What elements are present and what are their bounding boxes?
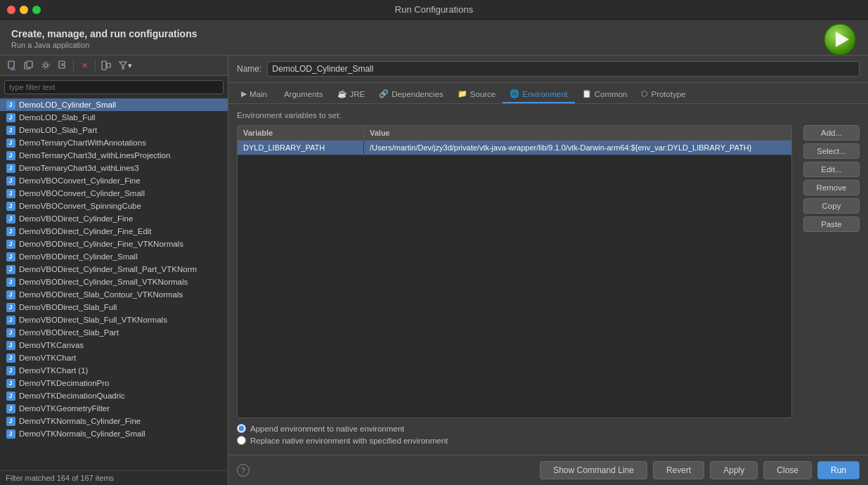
tab-icon-source: 📁: [458, 89, 467, 98]
list-item[interactable]: JDemoVTKNormals_Cylinder_Small: [0, 427, 228, 440]
env-table-row-item[interactable]: DYLD_LIBRARY_PATH/Users/martin/Dev/jzy3d…: [238, 141, 791, 155]
collapse-button[interactable]: [98, 58, 114, 72]
list-item[interactable]: JDemoVBODirect_Cylinder_Small_VTKNormals: [0, 276, 228, 288]
list-item[interactable]: JDemoVTKChart: [0, 351, 228, 364]
java-icon: J: [6, 378, 15, 388]
header-area: Create, manage, and run configurations R…: [0, 20, 868, 55]
tab-icon-prototype: ⬡: [641, 89, 648, 98]
list-item[interactable]: JDemoVTKDecimationPro: [0, 377, 228, 389]
minimize-button[interactable]: [20, 6, 28, 14]
delete-button[interactable]: ✕: [77, 58, 92, 72]
java-icon: J: [6, 112, 15, 122]
list-item[interactable]: JDemoVBODirect_Cylinder_Fine_VTKNormals: [0, 238, 228, 250]
list-item[interactable]: JDemoVBODirect_Cylinder_Fine: [0, 212, 228, 225]
tab-label-main: Main: [250, 90, 267, 98]
list-item[interactable]: JDemoVTKChart (1): [0, 364, 228, 377]
duplicate-button[interactable]: [21, 58, 37, 72]
tab-dependencies[interactable]: 🔗Dependencies: [372, 86, 451, 103]
list-item[interactable]: JDemoVBODirect_Slab_Part: [0, 326, 228, 339]
list-item[interactable]: JDemoLOD_Cylinder_Small: [0, 98, 228, 111]
radio-replace[interactable]: Replace native environment with specifie…: [237, 436, 792, 445]
list-item-label: DemoVTKNormals_Cylinder_Fine: [19, 417, 141, 425]
list-item[interactable]: JDemoVBODirect_Cylinder_Small: [0, 250, 228, 263]
env-side-btn-paste[interactable]: Paste: [803, 216, 860, 232]
list-item[interactable]: JDemoVTKGeometryFilter: [0, 402, 228, 415]
list-item[interactable]: JDemoVBODirect_Cylinder_Small_Part_VTKNo…: [0, 263, 228, 276]
list-item[interactable]: JDemoTernaryChartWithAnnotations: [0, 136, 228, 149]
list-item-label: DemoVBODirect_Cylinder_Fine_VTKNormals: [19, 240, 183, 248]
tab-label-jre: JRE: [350, 90, 365, 98]
col-value: Value: [364, 126, 791, 140]
env-side-btn-select---[interactable]: Select...: [803, 143, 860, 159]
svg-point-7: [44, 64, 48, 67]
main-content: Create, manage, and run configurations R…: [0, 20, 868, 485]
list-item-label: DemoVBODirect_Cylinder_Fine_Edit: [19, 227, 152, 235]
side-buttons: Add...Select...Edit...RemoveCopyPaste: [803, 125, 860, 448]
header-title: Create, manage, and run configurations: [11, 28, 857, 39]
list-item[interactable]: JDemoVBODirect_Cylinder_Fine_Edit: [0, 225, 228, 238]
list-item[interactable]: JDemoVBODirect_Slab_Contour_VTKNormals: [0, 288, 228, 301]
env-table: Variable Value DYLD_LIBRARY_PATH/Users/m…: [237, 125, 792, 418]
tab-common[interactable]: 📋Common: [575, 86, 635, 103]
list-item[interactable]: JDemoVBOConvert_Cylinder_Fine: [0, 174, 228, 187]
env-table-section: Variable Value DYLD_LIBRARY_PATH/Users/m…: [237, 125, 792, 448]
new-config-button[interactable]: [4, 58, 20, 72]
tab-source[interactable]: 📁Source: [451, 86, 503, 103]
apply-button[interactable]: Apply: [710, 461, 758, 479]
java-icon: J: [6, 416, 15, 426]
env-side-btn-remove[interactable]: Remove: [803, 180, 860, 195]
run-play-icon[interactable]: [823, 22, 857, 56]
body-area: ✕ ▾ JDemoLOD_Cylinder_SmallJDemoLOD_Slab…: [0, 55, 868, 485]
list-item[interactable]: JDemoVBODirect_Slab_Full_VTKNormals: [0, 313, 228, 326]
list-item[interactable]: JDemoVTKDecimationQuadric: [0, 389, 228, 402]
header-subtitle: Run a Java application: [11, 41, 857, 49]
tab-environment[interactable]: 🌐Environment: [503, 86, 575, 103]
list-item[interactable]: JDemoVTKNormals_Cylinder_Fine: [0, 415, 228, 427]
tab-arguments[interactable]: Arguments: [274, 86, 330, 103]
list-item[interactable]: JDemoLOD_Slab_Full: [0, 111, 228, 124]
java-icon: J: [6, 315, 15, 325]
name-input[interactable]: [267, 61, 860, 77]
env-side-btn-copy[interactable]: Copy: [803, 198, 860, 214]
svg-rect-9: [59, 61, 65, 68]
maximize-button[interactable]: [32, 6, 41, 14]
env-val-cell: /Users/martin/Dev/jzy3d/private/vtk-java…: [364, 141, 791, 155]
export-button[interactable]: [55, 58, 70, 72]
traffic-lights[interactable]: [7, 6, 41, 14]
radio-append[interactable]: Append environment to native environment: [237, 424, 792, 433]
java-icon: J: [6, 302, 15, 312]
run-button[interactable]: Run: [817, 461, 860, 479]
env-side-btn-edit---[interactable]: Edit...: [803, 162, 860, 177]
filter-input[interactable]: [4, 80, 224, 94]
list-item[interactable]: JDemoVBOConvert_SpinningCube: [0, 200, 228, 212]
list-item[interactable]: JDemoVBODirect_Slab_Full: [0, 301, 228, 313]
tab-label-prototype: Prototype: [651, 90, 685, 98]
tab-jre[interactable]: ☕JRE: [330, 86, 373, 103]
list-item[interactable]: JDemoVTKCanvas: [0, 339, 228, 351]
show-command-line-button[interactable]: Show Command Line: [540, 461, 647, 479]
list-item-label: DemoVBODirect_Cylinder_Small: [19, 252, 138, 261]
settings-button[interactable]: [38, 58, 53, 72]
close-button-bottom[interactable]: Close: [763, 461, 812, 479]
filter-button[interactable]: ▾: [115, 58, 135, 72]
java-icon: J: [6, 214, 15, 224]
radio-input-append[interactable]: [237, 424, 246, 433]
tab-main[interactable]: ▶Main: [234, 86, 274, 103]
list-item[interactable]: JDemoTernaryChart3d_withLines3: [0, 162, 228, 174]
list-item[interactable]: JDemoVBOConvert_Cylinder_Small: [0, 187, 228, 200]
list-item-label: DemoVBOConvert_Cylinder_Small: [19, 189, 145, 198]
table-header: Variable Value: [238, 126, 791, 141]
java-icon: J: [6, 403, 15, 413]
list-item[interactable]: JDemoTernaryChart3d_withLinesProjection: [0, 149, 228, 162]
java-icon: J: [6, 138, 15, 148]
close-button[interactable]: [7, 6, 15, 14]
list-item[interactable]: JDemoLOD_Slab_Part: [0, 124, 228, 136]
filter-status: Filter matched 164 of 167 items: [0, 470, 228, 485]
tab-prototype[interactable]: ⬡Prototype: [634, 86, 692, 103]
revert-button[interactable]: Revert: [653, 461, 704, 479]
radio-input-replace[interactable]: [237, 436, 246, 445]
list-item-label: DemoVTKCanvas: [19, 341, 84, 349]
help-icon[interactable]: ?: [237, 464, 250, 477]
env-side-btn-add---[interactable]: Add...: [803, 125, 860, 141]
bottom-bar: ? Show Command Line Revert Apply Close R…: [228, 455, 868, 485]
